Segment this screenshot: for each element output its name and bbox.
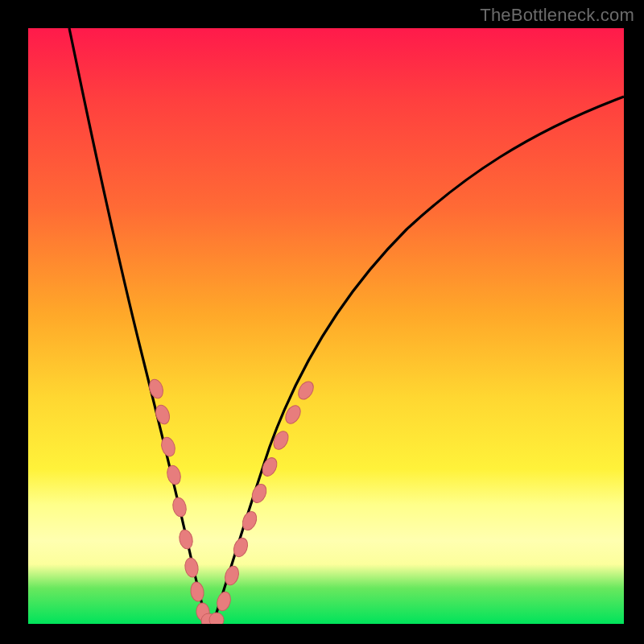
marker-layer bbox=[147, 378, 316, 624]
marker-dot bbox=[165, 464, 183, 485]
marker-dot bbox=[178, 529, 195, 551]
curve-layer bbox=[69, 28, 624, 622]
bottleneck-curve bbox=[69, 28, 624, 622]
marker-dot bbox=[184, 557, 200, 578]
bottleneck-curve-svg bbox=[28, 28, 624, 624]
attribution-text: TheBottleneck.com bbox=[480, 5, 634, 26]
marker-dot bbox=[189, 581, 204, 602]
chart-frame: TheBottleneck.com bbox=[0, 0, 644, 644]
plot-area bbox=[28, 28, 624, 624]
marker-dot bbox=[260, 456, 280, 479]
marker-dot bbox=[171, 497, 188, 518]
marker-dot bbox=[209, 613, 224, 624]
